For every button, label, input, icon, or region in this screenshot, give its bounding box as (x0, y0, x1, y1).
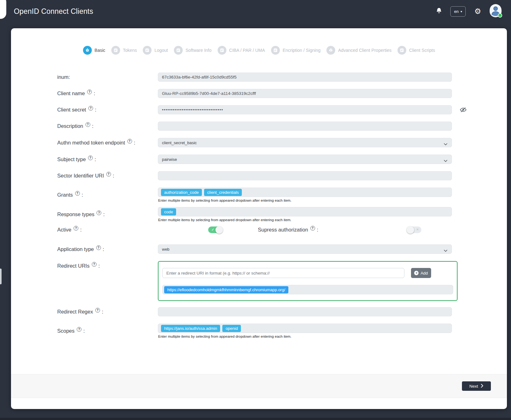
help-icon[interactable]: ? (96, 245, 101, 250)
inum-label: inum: (57, 74, 158, 80)
redirect-uri-tag[interactable]: https://efloodedcomholdmgmkfhhmmlnnbemgf… (164, 286, 288, 293)
chevron-down-icon (444, 142, 447, 146)
field-row-redirect-uris: Redirect URIs ? : + Add https://eflooded… (57, 261, 507, 301)
grants-tag-input[interactable]: authorization_code client_credentials (158, 188, 452, 197)
help-icon[interactable]: ? (88, 106, 93, 111)
help-icon[interactable]: ? (88, 155, 93, 160)
scopes-label: Scopes ? : (57, 328, 158, 334)
field-row-description: Description ? : (57, 122, 507, 131)
field-row-client-secret: Client secret ? : (57, 105, 507, 114)
chevron-right-icon (481, 384, 483, 389)
active-label: Active ? : (57, 227, 158, 233)
description-label: Description ? : (57, 123, 158, 129)
chevron-down-icon (444, 248, 447, 253)
card-icon (397, 46, 406, 55)
redirect-uris-tag-input[interactable]: https://efloodedcomholdmgmkfhhmmlnnbemgf… (162, 285, 453, 294)
client-name-label: Client name ? : (57, 90, 158, 96)
toggle-knob (407, 226, 414, 234)
language-label: en (454, 9, 458, 14)
wizard-step-label: Basic (95, 48, 105, 53)
help-icon[interactable]: ? (106, 172, 111, 177)
card-icon (218, 46, 226, 55)
redirect-uris-panel: + Add https://efloodedcomholdmgmkfhhmmln… (158, 261, 458, 301)
help-icon[interactable]: ? (97, 210, 101, 215)
field-row-application-type: Application type ? : web (57, 244, 507, 254)
online-status-dot (498, 13, 502, 18)
field-row-scopes: Scopes ? : https://jans.io/auth/ssa.admi… (57, 324, 507, 338)
caret-down-icon: ▾ (460, 10, 462, 13)
help-icon[interactable]: ? (87, 90, 92, 94)
wizard-step-label: Advanced Client Properties (338, 48, 392, 53)
response-types-tag-input[interactable]: code (158, 207, 452, 216)
grant-tag[interactable]: authorization_code (161, 189, 202, 196)
inum-input[interactable] (158, 73, 452, 82)
form-footer: Next (11, 374, 507, 398)
field-row-response-types: Response types ? : code Enter multiple i… (57, 207, 507, 222)
scope-tag[interactable]: openid (222, 325, 241, 332)
client-name-input[interactable] (158, 89, 452, 98)
field-row-sector-identifier-uri: Sector Identifier URI ? : (57, 171, 507, 180)
gear-icon: ⚙ (474, 8, 481, 15)
description-input[interactable] (158, 122, 452, 131)
notifications-button[interactable] (436, 8, 442, 15)
language-selector[interactable]: en ▾ (450, 6, 466, 17)
bell-icon (436, 8, 442, 15)
card-icon (143, 46, 152, 55)
add-redirect-uri-button[interactable]: + Add (411, 268, 431, 278)
chevron-down-icon (444, 158, 447, 163)
multi-item-hint: Enter multiple items by selecting from a… (158, 335, 452, 338)
settings-button[interactable]: ⚙ (474, 8, 481, 15)
application-type-select[interactable]: web (158, 244, 452, 254)
wizard-step-ciba-par-uma[interactable]: CIBA / PAR / UMA (218, 46, 265, 55)
help-icon[interactable]: ? (92, 262, 97, 267)
help-icon[interactable]: ? (95, 308, 100, 313)
redirect-uri-input[interactable] (162, 268, 404, 278)
active-toggle[interactable]: ✓ (208, 226, 223, 233)
scopes-tag-input[interactable]: https://jans.io/auth/ssa.admin openid (158, 324, 452, 333)
wizard-step-label: CIBA / PAR / UMA (229, 48, 265, 53)
sector-identifier-uri-input[interactable] (158, 171, 452, 180)
grants-label: Grants ? : (57, 192, 158, 198)
client-secret-input[interactable] (158, 105, 452, 114)
field-row-redirect-regex: Redirect Regex ? : (57, 307, 507, 316)
help-icon[interactable]: ? (74, 226, 78, 231)
wizard-step-client-scripts[interactable]: Client Scripts (397, 46, 435, 55)
check-icon: ✓ (211, 227, 214, 232)
subject-type-select[interactable]: pairwise (158, 155, 452, 164)
wizard-step-basic[interactable]: Basic (83, 46, 105, 55)
toggle-secret-visibility-button[interactable] (460, 107, 467, 114)
authn-method-select[interactable]: client_secret_basic (158, 138, 452, 147)
supress-authorization-label: Supress authorization ? : (258, 227, 318, 233)
wizard-step-logout[interactable]: Logout (143, 46, 168, 55)
response-type-tag[interactable]: code (161, 208, 176, 215)
field-row-subject-type: Subject type ? : pairwise (57, 155, 507, 164)
subject-type-label: Subject type ? : (57, 156, 158, 162)
redirect-uris-label: Redirect URIs ? : (57, 261, 158, 269)
app-header: OpenID Connect Clients en ▾ ⚙ (0, 0, 511, 23)
help-icon[interactable]: ? (77, 327, 81, 332)
field-row-client-name: Client name ? : (57, 89, 507, 98)
redirect-regex-input[interactable] (158, 307, 452, 316)
help-icon[interactable]: ? (75, 191, 80, 196)
left-edge-sliver (0, 269, 2, 284)
sector-identifier-uri-label: Sector Identifier URI ? : (57, 173, 158, 179)
basket-icon (83, 46, 92, 55)
plus-circle-icon: + (414, 271, 419, 275)
user-avatar[interactable] (490, 5, 502, 17)
card-icon (271, 46, 280, 55)
wizard-step-tokens[interactable]: Tokens (111, 46, 137, 55)
wizard-step-encription-signing[interactable]: Encription / Signing (271, 46, 321, 55)
help-icon[interactable]: ? (86, 122, 90, 127)
supress-authorization-toggle[interactable]: × (407, 226, 421, 233)
help-icon[interactable]: ? (127, 139, 132, 144)
card-icon (174, 46, 183, 55)
help-icon[interactable]: ? (310, 226, 315, 231)
wizard-step-advanced-client-properties[interactable]: Advanced Client Properties (326, 46, 392, 55)
scope-tag[interactable]: https://jans.io/auth/ssa.admin (161, 325, 220, 332)
wizard-step-label: Encription / Signing (283, 48, 321, 53)
grant-tag[interactable]: client_credentials (204, 189, 242, 196)
wizard-step-label: Software Info (186, 48, 212, 53)
next-button[interactable]: Next (462, 381, 491, 391)
wizard-step-software-info[interactable]: Software Info (174, 46, 212, 55)
cube-icon (326, 46, 335, 55)
